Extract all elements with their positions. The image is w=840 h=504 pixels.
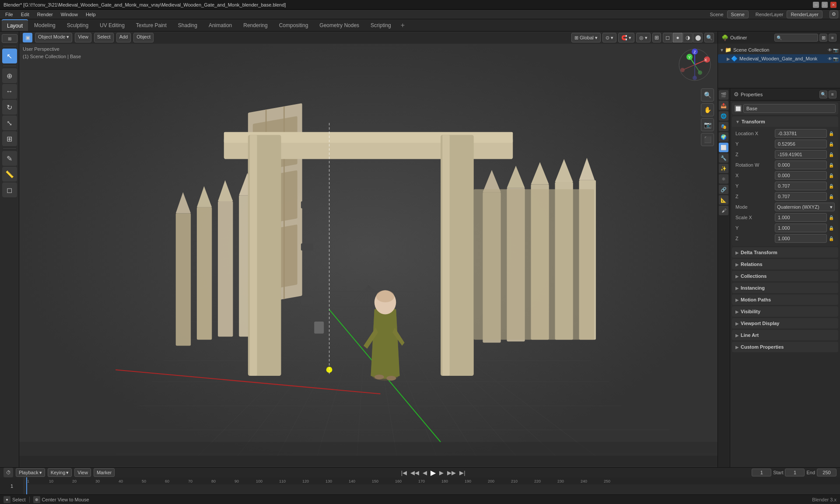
select-status[interactable]: Select (12, 497, 26, 502)
start-frame-input[interactable] (785, 469, 805, 476)
camera-view[interactable]: 📷 (701, 118, 714, 131)
center-view-icon[interactable]: ⊕ (33, 496, 40, 503)
relations-header[interactable]: ▶ Relations (732, 259, 838, 270)
annotate-tool[interactable]: ✎ (2, 151, 17, 166)
move-tool[interactable]: ↔ (2, 84, 17, 99)
tab-uv-editing[interactable]: UV Editing (94, 19, 130, 31)
render-props-tab[interactable]: 🎬 (719, 90, 728, 100)
current-frame-input[interactable] (752, 469, 771, 476)
playback-menu[interactable]: Playback ▾ (16, 468, 45, 477)
scale-x-value[interactable]: 1.000 (775, 213, 827, 222)
jump-end-button[interactable]: ▶| (458, 469, 466, 476)
cursor-tool[interactable]: ⊕ (2, 68, 17, 83)
scale-z-lock[interactable]: 🔒 (828, 234, 835, 243)
tab-scripting[interactable]: Scripting (365, 19, 396, 31)
menu-help[interactable]: Help (82, 11, 99, 18)
maximize-button[interactable]: □ (822, 2, 828, 8)
wireframe-shading[interactable]: ◻ (663, 33, 672, 42)
render-shading[interactable]: ⬤ (693, 33, 703, 42)
measure-tool[interactable]: 📏 (2, 167, 17, 182)
timeline-icon[interactable]: ⏱ (4, 468, 13, 477)
mode-select[interactable]: Object Mode ▾ (35, 33, 72, 42)
add-menu[interactable]: Add (116, 33, 131, 42)
viewport-3d[interactable]: ▣ Object Mode ▾ View Select Add Object ⊞… (19, 32, 718, 467)
add-workspace-button[interactable]: + (397, 19, 408, 31)
custom-properties-header[interactable]: ▶ Custom Properties (732, 342, 838, 352)
menu-edit[interactable]: Edit (18, 11, 33, 18)
status-mode-icon[interactable]: ● (4, 496, 10, 503)
rotation-y-value[interactable]: 0.707 (775, 182, 827, 190)
motion-paths-header[interactable]: ▶ Motion Paths (732, 294, 838, 305)
view-layer-props-tab[interactable]: 🌐 (719, 111, 728, 121)
add-cube-tool[interactable]: ◻ (2, 182, 17, 197)
object-props-tab[interactable]: ⬜ (719, 143, 728, 152)
solid-shading[interactable]: ● (673, 33, 682, 42)
rotation-x-value[interactable]: 0.000 (775, 171, 827, 180)
zoom-gizmo[interactable]: 🔍 (701, 88, 714, 102)
location-y-value[interactable]: 0.52956 (775, 140, 827, 148)
rotation-w-value[interactable]: 0.000 (775, 161, 827, 169)
rotation-x-lock[interactable]: 🔒 (828, 171, 835, 180)
overlay-toggle[interactable]: ⊞ (652, 33, 661, 42)
marker-menu[interactable]: Marker (94, 468, 115, 477)
tab-rendering[interactable]: Rendering (238, 19, 273, 31)
modifier-props-tab[interactable]: 🔧 (719, 153, 728, 163)
viewport-icon[interactable]: ▣ (23, 33, 32, 42)
engine-icon[interactable]: ⚙ (830, 10, 838, 18)
instancing-header[interactable]: ▶ Instancing (732, 283, 838, 293)
delta-transform-header[interactable]: ▶ Delta Transform (732, 247, 838, 258)
jump-start-button[interactable]: |◀ (400, 469, 408, 476)
local-view[interactable]: ⬛ (701, 133, 714, 146)
transform-section-header[interactable]: ▼ Transform (732, 116, 838, 127)
timeline-track[interactable]: 1 10 20 30 40 50 60 70 80 90 100 110 120… (0, 477, 840, 494)
mesh-collection-item[interactable]: ▶ 🔷 Medieval_Wooden_Gate_and_Monk 👁 📷 (718, 54, 840, 63)
particles-props-tab[interactable]: ✨ (719, 164, 728, 173)
location-z-lock[interactable]: 🔒 (828, 150, 835, 159)
tab-sculpting[interactable]: Sculpting (62, 19, 94, 31)
tab-animation[interactable]: Animation (203, 19, 237, 31)
prev-keyframe-button[interactable]: ◀ (422, 469, 428, 476)
tab-layout[interactable]: Layout (2, 19, 28, 31)
rotation-z-value[interactable]: 0.707 (775, 192, 827, 201)
select-menu[interactable]: Select (94, 33, 114, 42)
mesh-eye-icon[interactable]: 👁 (828, 56, 832, 61)
rotation-mode-select[interactable]: Quaternion (WXYZ) ▾ (775, 203, 835, 211)
object-menu[interactable]: Object (133, 33, 154, 42)
location-y-lock[interactable]: 🔒 (828, 140, 835, 148)
scene-collection-item[interactable]: ▼ 📁 Scene Collection 👁 📷 (718, 46, 840, 54)
close-button[interactable]: ✕ (830, 2, 836, 8)
material-props-tab[interactable]: 🖌 (719, 206, 728, 215)
end-frame-input[interactable] (817, 469, 836, 476)
scene-canvas[interactable] (19, 32, 718, 467)
props-options[interactable]: ≡ (829, 91, 836, 98)
rotation-y-lock[interactable]: 🔒 (828, 182, 835, 190)
tab-compositing[interactable]: Compositing (274, 19, 314, 31)
constraints-props-tab[interactable]: 🔗 (719, 185, 728, 194)
outliner-options[interactable]: ≡ (829, 34, 836, 42)
pan-gizmo[interactable]: ✋ (701, 103, 714, 116)
scene-props-tab[interactable]: 🎭 (719, 122, 728, 131)
world-props-tab[interactable]: 🌍 (719, 132, 728, 142)
rotation-w-lock[interactable]: 🔒 (828, 161, 835, 169)
view-menu-timeline[interactable]: View (74, 468, 91, 477)
scale-y-value[interactable]: 1.000 (775, 224, 827, 232)
physics-props-tab[interactable]: ⚛ (719, 174, 728, 184)
tab-modeling[interactable]: Modeling (29, 19, 61, 31)
play-button[interactable]: ▶ (430, 469, 437, 477)
tab-texture-paint[interactable]: Texture Paint (131, 19, 172, 31)
view-menu[interactable]: View (75, 33, 91, 42)
pivot-select[interactable]: ⊙ ▾ (602, 33, 616, 42)
snap-toggle[interactable]: 🧲 ▾ (618, 33, 634, 42)
renderlayer-name-input[interactable]: RenderLayer (787, 10, 822, 18)
rotate-tool[interactable]: ↻ (2, 100, 17, 115)
outliner-search[interactable]: 🔍 (774, 34, 818, 42)
prev-frame-button[interactable]: ◀◀ (410, 469, 420, 476)
output-props-tab[interactable]: 📤 (719, 101, 728, 110)
transform-tool[interactable]: ⊞ (2, 131, 17, 146)
visibility-header[interactable]: ▶ Visibility (732, 306, 838, 317)
global-transform[interactable]: ⊞ Global ▾ (571, 33, 601, 42)
keying-menu[interactable]: Keying ▾ (48, 468, 72, 477)
menu-file[interactable]: File (2, 11, 17, 18)
scale-x-lock[interactable]: 🔒 (828, 213, 835, 222)
next-frame-button[interactable]: ▶▶ (446, 469, 457, 476)
